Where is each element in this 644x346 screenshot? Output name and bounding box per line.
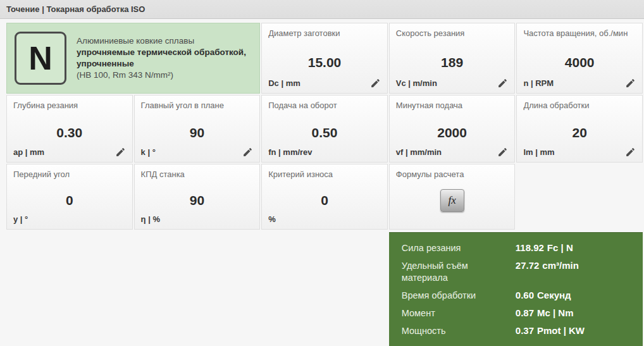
edit-pencil-icon[interactable] [115,147,126,158]
param-title: Подача на оборот [268,101,381,110]
material-name: Алюминиевые ковкие сплавы [77,35,252,47]
result-row: Момент0.87Mc | Nm [402,307,636,319]
formulas-card: Формулы расчета fx [389,164,516,230]
param-title: Частота вращения, об./мин [523,28,636,38]
result-unit: Секунд [537,290,571,300]
param-title: Передний угол [13,170,126,179]
result-number: 118.92 [516,242,544,253]
result-value: 118.92Fc | N [516,242,636,253]
param-value: 0 [7,193,132,208]
param-value[interactable]: 15.00 [262,55,387,70]
param-unit: % [268,214,276,224]
param-title: Скорость резания [396,28,509,38]
param-title: Глубина резания [13,101,126,110]
edit-pencil-icon[interactable] [497,78,508,89]
result-label: Момент [402,307,516,319]
param-card-machining-length: Длина обработки20lm | mm [516,95,643,163]
param-value[interactable]: 189 [390,55,515,70]
param-unit: η | % [141,214,160,224]
param-unit: lm | mm [523,147,554,157]
param-card-workpiece-diameter: Диаметр заготовки15.00Dc | mm [261,23,388,94]
result-value: 0.60Секунд [516,290,636,300]
param-unit: Vc | m/min [396,78,437,88]
param-card-feed-per-min: Минутная подача2000vf | mm/min [389,95,516,163]
param-unit: Dc | mm [268,78,300,88]
param-unit: fn | mm/rev [268,147,312,157]
result-number: 0.87 [516,307,534,318]
result-number: 0.60 [516,290,534,300]
param-card-lead-angle: Главный угол в плане90k | ° [134,95,261,163]
page-title: Точение | Токарная обработка ISO [6,4,145,14]
material-group-symbol: N [28,39,53,77]
param-title: Диаметр заготовки [268,28,381,38]
result-unit: Pmot | KW [537,325,585,336]
formulas-card-title: Формулы расчета [396,170,509,179]
result-number: 0.37 [516,325,534,336]
title-bar: Точение | Токарная обработка ISO [0,0,644,19]
edit-pencil-icon[interactable] [625,147,636,158]
param-title: Критерий износа [268,170,381,179]
param-value: 0 [262,193,387,208]
param-unit: y | ° [13,214,28,224]
param-card-wear-criterion: Критерий износа0% [261,164,388,230]
result-row: Сила резания118.92Fc | N [402,242,636,254]
result-label: Удельный съём материала [402,260,516,284]
material-properties: (HB 100, Rm 343 N/mm²) [77,70,252,81]
result-value: 0.37Pmot | KW [516,325,636,336]
result-label: Время обработки [402,290,516,302]
result-row: Удельный съём материала27.72cm³/min [402,260,636,284]
param-value[interactable]: 2000 [390,125,515,140]
result-value: 0.87Mc | Nm [516,307,636,318]
material-treatment: упрочняемые термической обработкой, упро… [77,47,252,70]
param-value[interactable]: 4000 [517,55,642,70]
param-title: КПД станка [141,170,254,179]
param-title: Минутная подача [396,101,509,110]
param-card-cutting-depth: Глубина резания0.30ap | mm [6,95,133,163]
result-unit: Fc | N [547,242,573,253]
param-unit: n | RPM [523,78,554,88]
param-unit: k | ° [141,147,156,157]
param-value[interactable]: 0.30 [7,125,132,140]
result-number: 27.72 [516,260,540,271]
param-card-spindle-speed: Частота вращения, об./мин4000n | RPM [516,23,643,94]
formulas-button[interactable]: fx [440,189,464,212]
param-value: 90 [135,193,260,208]
param-value: 0.50 [262,125,387,140]
material-description: Алюминиевые ковкие сплавы упрочняемые те… [77,35,252,81]
result-value: 27.72cm³/min [516,260,636,271]
result-row: Мощность0.37Pmot | KW [402,325,636,337]
param-unit: vf | mm/min [396,147,442,157]
param-card-feed-per-rev: Подача на оборот0.50fn | mm/rev [261,95,388,163]
material-group-icon: N [15,32,66,85]
parameter-grid: N Алюминиевые ковкие сплавы упрочняемые … [6,23,643,346]
param-title: Главный угол в плане [141,101,254,110]
param-title: Длина обработки [523,101,636,110]
param-card-rake-angle: Передний угол0y | ° [6,164,133,230]
edit-pencil-icon[interactable] [242,147,253,158]
param-unit: ap | mm [13,147,44,157]
material-card[interactable]: N Алюминиевые ковкие сплавы упрочняемые … [6,23,260,94]
results-panel: Сила резания118.92Fc | NУдельный съём ма… [389,232,643,346]
param-value[interactable]: 20 [517,125,642,140]
result-unit: cm³/min [542,260,579,271]
result-label: Сила резания [402,242,516,254]
edit-pencil-icon[interactable] [370,78,381,89]
param-value[interactable]: 90 [135,125,260,140]
edit-pencil-icon[interactable] [625,78,636,89]
param-card-machine-efficiency: КПД станка90η | % [134,164,261,230]
result-label: Мощность [402,325,516,337]
result-unit: Mc | Nm [537,307,574,318]
result-row: Время обработки0.60Секунд [402,290,636,302]
edit-pencil-icon[interactable] [497,147,508,158]
param-card-cutting-speed: Скорость резания189Vc | m/min [389,23,516,94]
